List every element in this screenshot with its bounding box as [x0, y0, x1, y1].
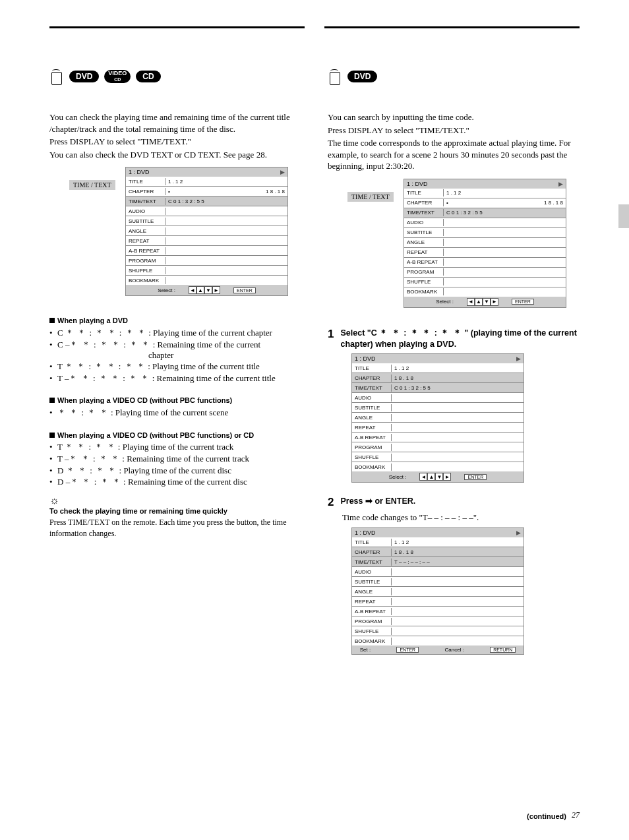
panel-row: REPEAT — [352, 423, 524, 433]
panel-row: ANGLE — [352, 413, 524, 423]
step-number: 1 — [328, 328, 334, 341]
osd-panel-left: TIME / TEXT 1 : DVD ▶ TITLE1 . 1 2CHAPTE… — [63, 167, 288, 296]
panel-row: TIME/TEXTC 0 1 : 3 2 : 5 5 — [404, 208, 566, 218]
panel-row: SHUFFLE — [126, 266, 287, 276]
foot-set: Set : — [360, 647, 371, 653]
panel-row: SUBTITLE — [352, 403, 524, 413]
panel-row: SHUFFLE — [352, 452, 524, 462]
play-icon: ▶ — [516, 355, 521, 362]
continued-label: (continued) — [527, 812, 566, 820]
list-item: T –＊ ＊ : ＊ ＊ : ＊ ＊ : Remaining time of t… — [49, 373, 301, 384]
panel-row: REPEAT — [352, 597, 524, 607]
play-icon: ▶ — [280, 169, 285, 175]
panel-row: TIME/TEXTC 0 1 : 3 2 : 5 5 — [352, 383, 524, 393]
foot-cancel: Cancel : — [444, 647, 464, 653]
list-item: C –＊ ＊ : ＊ ＊ : ＊ ＊ : Remaining time of t… — [49, 339, 301, 351]
right-column: DVD You can search by inputting the time… — [328, 68, 580, 668]
foot-select: Select : — [158, 287, 175, 293]
panel-disc: 1 : DVD — [129, 169, 150, 175]
left-column: DVD VIDEOCD CD You can check the playing… — [49, 68, 301, 668]
panel-row: CHAPTER1 8 . 1 8 — [352, 373, 524, 383]
panel-row: PROGRAM — [404, 268, 566, 278]
foot-select: Select : — [389, 474, 407, 480]
panel-row: ANGLE — [352, 587, 524, 597]
intro-text: Press DISPLAY to select "TIME/TEXT." — [49, 136, 301, 148]
intro-text: You can check the playing time and remai… — [49, 111, 301, 135]
panel-row: CHAPTER1 8 . 1 8 — [352, 547, 524, 557]
panel-row: A-B REPEAT — [404, 258, 566, 268]
step-subtext: Time code changes to "T– – : – – : – –". — [342, 512, 580, 524]
panel-disc: 1 : DVD — [407, 181, 428, 187]
panel-row: CHAPTER•1 8 . 1 8 — [404, 198, 566, 208]
osd-panel-right: TIME / TEXT 1 : DVD ▶ TITLE1 . 1 2CHAPTE… — [341, 179, 566, 308]
panel-row: PROGRAM — [126, 256, 287, 266]
panel-row: TITLE1 . 1 2 — [352, 537, 524, 547]
panel-row: TITLE1 . 1 2 — [404, 189, 566, 198]
panel-row: BOOKMARK — [352, 462, 524, 471]
return-key-icon: RETURN — [490, 647, 516, 653]
list-item: T ＊ ＊ : ＊ ＊ : ＊ ＊ : Playing time of the … — [49, 361, 301, 373]
panel-row: PROGRAM — [352, 442, 524, 452]
intro-text: You can also check the DVD TEXT or CD TE… — [49, 149, 301, 161]
panel-row: REPEAT — [126, 236, 287, 246]
play-icon: ▶ — [558, 181, 563, 187]
arrow-keys-icon: ◄▲▼► — [419, 473, 451, 481]
list-item: T –＊ ＊ : ＊ ＊ : Remaining time of the cur… — [49, 453, 301, 465]
badge-dvd: DVD — [69, 71, 99, 82]
panel-row: TITLE1 . 1 2 — [352, 363, 524, 373]
osd-panel-step2: 1 : DVD ▶ TITLE1 . 1 2CHAPTER1 8 . 1 8TI… — [351, 527, 524, 655]
panel-row: A-B REPEAT — [352, 433, 524, 442]
list-item: D –＊ ＊ : ＊ ＊ : Remaining time of the cur… — [49, 476, 301, 488]
enter-key-icon: ENTER — [512, 299, 534, 305]
panel-row: SUBTITLE — [404, 228, 566, 238]
intro-text: The time code corresponds to the approxi… — [328, 137, 580, 172]
play-icon: ▶ — [516, 529, 521, 536]
remote-icon — [49, 68, 64, 85]
panel-row: AUDIO — [126, 206, 287, 216]
panel-disc: 1 : DVD — [355, 529, 376, 536]
step-text: Select "C ＊ ＊ : ＊ ＊ : ＊ ＊ " (playing tim… — [340, 328, 580, 350]
panel-row: A-B REPEAT — [352, 607, 524, 616]
list-item: C ＊ ＊ : ＊ ＊ : ＊ ＊ : Playing time of the … — [49, 327, 301, 339]
badge-cd: CD — [136, 71, 160, 82]
section-heading: When playing a VIDEO CD (without PBC fun… — [49, 431, 301, 440]
panel-row: AUDIO — [352, 567, 524, 577]
section-heading: When playing a DVD — [49, 316, 301, 326]
panel-row: SUBTITLE — [126, 216, 287, 226]
list-item: T ＊ ＊ : ＊ ＊ : Playing time of the curren… — [49, 441, 301, 453]
panel-row: SHUFFLE — [404, 278, 566, 287]
intro-text: You can search by inputting the time cod… — [328, 111, 580, 123]
intro-text: Press DISPLAY to select "TIME/TEXT." — [328, 125, 580, 136]
panel-tag: TIME / TEXT — [69, 180, 115, 190]
panel-row: SUBTITLE — [352, 577, 524, 587]
remote-icon — [328, 68, 342, 85]
panel-row: REPEAT — [404, 248, 566, 258]
arrow-keys-icon: ◄▲▼► — [189, 286, 220, 294]
list-item: D ＊ ＊ : ＊ ＊ : Playing time of the curren… — [49, 465, 301, 477]
panel-row: CHAPTER•1 8 . 1 8 — [126, 187, 287, 196]
panel-tag: TIME / TEXT — [347, 192, 394, 202]
panel-row: BOOKMARK — [352, 636, 524, 645]
panel-row: AUDIO — [352, 393, 524, 403]
section-heading: When playing a VIDEO CD (without PBC fun… — [49, 396, 301, 405]
tip-icon: ☼ — [49, 495, 301, 506]
panel-row: TITLE1 . 1 2 — [126, 177, 287, 187]
panel-row: A-B REPEAT — [126, 246, 287, 256]
panel-row: AUDIO — [404, 218, 566, 228]
panel-row: TIME/TEXTC 0 1 : 3 2 : 5 5 — [126, 196, 287, 206]
step-number: 2 — [328, 496, 334, 509]
panel-row: BOOKMARK — [404, 287, 566, 297]
tip-body: Press TIME/TEXT on the remote. Each time… — [49, 517, 301, 538]
page-number: 27 — [572, 810, 580, 820]
top-rule — [49, 26, 580, 28]
step-text: Press ➡ or ENTER. — [340, 496, 415, 507]
enter-key-icon: ENTER — [464, 474, 487, 480]
arrow-keys-icon: ◄▲▼► — [467, 298, 498, 306]
panel-row: ANGLE — [404, 238, 566, 248]
panel-row: SHUFFLE — [352, 626, 524, 636]
badge-dvd: DVD — [347, 71, 377, 82]
enter-key-icon: ENTER — [396, 647, 419, 653]
side-tab — [618, 204, 629, 228]
panel-row: BOOKMARK — [126, 276, 287, 285]
osd-panel-step1: 1 : DVD ▶ TITLE1 . 1 2CHAPTER1 8 . 1 8TI… — [351, 353, 524, 483]
